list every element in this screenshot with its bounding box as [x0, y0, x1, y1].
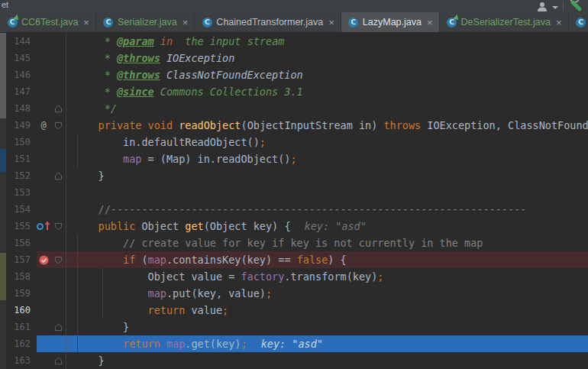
token-doctag: @param [117, 35, 154, 47]
gutter-icon-slot [37, 50, 50, 66]
toolbar-separator [563, 2, 564, 11]
code-text[interactable]: // create value for key if key is not cu… [66, 235, 588, 251]
tab-CC6Test.java[interactable]: CCC6Test.java× [0, 12, 96, 32]
indent-guide [77, 134, 78, 167]
code-text[interactable]: * @throws IOException [66, 50, 588, 66]
code-text[interactable]: * @throws ClassNotFoundException [66, 66, 588, 83]
token-mtd: readObject [179, 119, 241, 131]
tab-close-icon[interactable]: × [328, 18, 334, 28]
dropdown-caret-icon[interactable] [552, 6, 558, 9]
code-line-body: } [37, 167, 588, 184]
code-text[interactable]: //--------------------------------------… [66, 201, 588, 218]
token-txt: IOException, ClassNotFoundException { [421, 119, 588, 131]
token-fld: map [166, 338, 185, 350]
change-mark-olive [0, 253, 6, 300]
override-ring-icon [37, 223, 44, 230]
code-text[interactable]: return map.get(key);key: "asd" [66, 335, 588, 352]
code-line: 144 * @param in the input stream [6, 33, 588, 50]
java-class-icon: C [447, 17, 457, 28]
code-text[interactable]: public Object get(Object key) {key: "asd… [66, 218, 588, 235]
code-line: 145 * @throws IOException [6, 50, 588, 66]
tab-Serializer.java[interactable]: CSerializer.java× [96, 12, 195, 32]
gutter-icon-slot [37, 335, 50, 352]
fold-slot [50, 33, 66, 50]
token-txt: .transform(key) [284, 270, 377, 283]
code-text[interactable] [66, 184, 588, 201]
tab-close-icon[interactable]: × [556, 18, 562, 28]
code-editor: 144 * @param in the input stream145 * @t… [0, 33, 588, 369]
fold-region-end-icon[interactable] [50, 167, 66, 184]
gutter-icon-slot [37, 83, 50, 100]
code-text[interactable]: } [66, 167, 588, 184]
code-line-body: * @throws IOException [37, 50, 588, 66]
scroll-thumb [0, 33, 6, 118]
override-method-icon[interactable] [37, 219, 50, 234]
line-number: 150 [6, 134, 37, 151]
code-text[interactable]: if (map.containsKey(key) == false) { [66, 251, 588, 268]
override-method-icon [37, 218, 50, 235]
code-text[interactable]: */ [66, 100, 588, 117]
fold-region-start-icon[interactable] [50, 117, 66, 134]
line-number: 153 [6, 184, 37, 201]
fold-slot [50, 335, 66, 352]
code-line: 152 } [6, 167, 588, 184]
token-txt [73, 287, 148, 299]
tab-close-icon[interactable]: × [83, 18, 89, 28]
token-txt: ) { [328, 254, 346, 266]
tab-ChainedTransformer.java[interactable]: CChainedTransformer.java× [195, 12, 341, 32]
code-text[interactable]: * @since Commons Collections 3.1 [66, 83, 588, 100]
token-docref: IOException [160, 52, 235, 64]
gutter-icon-slot [37, 302, 50, 319]
code-line: 162 return map.get(key);key: "asd" [6, 335, 588, 352]
fold-region-start-icon[interactable] [50, 218, 66, 235]
code-line: 154 //----------------------------------… [6, 201, 588, 218]
code-text[interactable]: map.put(key, value); [66, 285, 588, 302]
tab-close-icon[interactable]: × [183, 18, 189, 28]
search-magnifier-icon[interactable] [568, 0, 585, 12]
class-c-glyph: C [576, 18, 586, 28]
debugger-inline-hint: key: "asd" [305, 220, 367, 232]
code-line: 161 } [6, 319, 588, 335]
code-line-body: */ [37, 100, 588, 117]
gutter-icon-slot [37, 268, 50, 285]
titlebar-text: et [2, 0, 8, 9]
token-txt [73, 119, 99, 131]
fold-region-end-icon[interactable] [50, 100, 66, 117]
fold-region-end-icon[interactable] [50, 319, 66, 335]
tab-partial[interactable]: C [569, 12, 586, 32]
line-number: 161 [6, 319, 37, 335]
tab-LazyMap.java[interactable]: CLazyMap.java× [341, 12, 440, 32]
fold-region-end-icon[interactable] [50, 352, 66, 369]
fold-region-start-icon[interactable] [50, 251, 66, 268]
tab-close-icon[interactable]: × [427, 18, 433, 28]
line-number: 149 [6, 117, 37, 134]
code-text[interactable]: Object value = factory.transform(key); [66, 268, 588, 285]
code-text[interactable]: } [66, 352, 588, 369]
code-line: 156 // create value for key if key is no… [6, 235, 588, 251]
tab-DeSerializerTest.java[interactable]: CDeSerializerTest.java× [440, 12, 569, 32]
code-line-body: return map.get(key);key: "asd" [37, 335, 588, 352]
token-txt: .containsKey(key) == [166, 254, 297, 266]
left-scrollbar-stripe[interactable] [0, 33, 6, 369]
breakpoint-icon[interactable] [37, 251, 50, 268]
code-text[interactable]: * @param in the input stream [66, 33, 588, 50]
token-fld: map [123, 153, 141, 165]
code-text[interactable]: return value; [66, 302, 588, 319]
line-number: 147 [6, 83, 37, 100]
line-number: 157 [6, 251, 37, 268]
token-txt: } [73, 354, 105, 367]
gutter-icon-slot [37, 319, 50, 335]
code-line-body [37, 184, 588, 201]
line-number: 159 [6, 285, 37, 302]
fold-slot [50, 235, 66, 251]
code-text[interactable]: map = (Map) in.readObject(); [66, 151, 588, 167]
code-text[interactable]: private void readObject(ObjectInputStrea… [66, 117, 588, 134]
gutter-icon-slot [37, 201, 50, 218]
code-panel: 144 * @param in the input stream145 * @t… [6, 33, 588, 369]
code-text[interactable]: } [66, 319, 588, 335]
code-text[interactable]: in.defaultReadObject(); [66, 134, 588, 151]
token-semi: ; [241, 338, 247, 350]
user-icon[interactable] [537, 2, 548, 11]
token-semi: ; [291, 153, 297, 165]
token-cmt: //--------------------------------------… [73, 203, 526, 215]
